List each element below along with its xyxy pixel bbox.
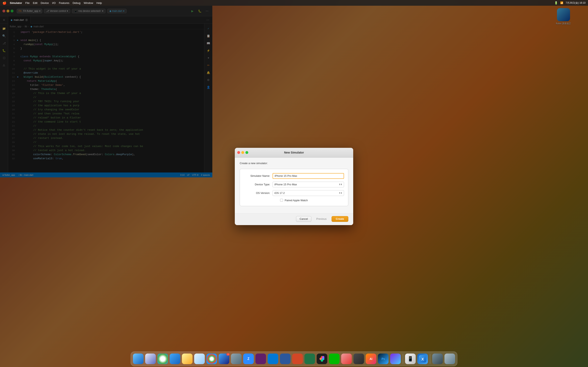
form-row-simulator-name: Simulator Name:: [244, 173, 294, 179]
simulator-name-input[interactable]: [273, 173, 294, 179]
dialog-title: New Simulator: [284, 151, 294, 154]
apple-menu[interactable]: 🍎: [2, 1, 7, 5]
menu-device[interactable]: Device: [41, 1, 49, 4]
menu-features[interactable]: Features: [59, 1, 69, 4]
new-simulator-dialog: New Simulator Create a new simulator: Si…: [235, 148, 294, 184]
dialog-body: Create a new simulator: Simulator Name: …: [235, 158, 294, 184]
device-type-value: iPhone 15 Pro Max: [274, 183, 294, 184]
menu-window[interactable]: Window: [84, 1, 93, 4]
menu-debug[interactable]: Debug: [73, 1, 80, 4]
modal-overlay: New Simulator Create a new simulator: Si…: [0, 6, 294, 184]
dialog-maximize-button[interactable]: [245, 151, 248, 154]
simulator-name-label: Simulator Name:: [244, 174, 273, 177]
dialog-window-controls: [237, 151, 248, 154]
menu-edit[interactable]: Edit: [33, 1, 37, 4]
menu-app-name[interactable]: Simulator: [10, 1, 22, 4]
menu-help[interactable]: Help: [96, 1, 102, 4]
dialog-form-panel: Simulator Name: Device Type: iPhone 15 P…: [240, 169, 294, 184]
menu-bar: 🍎 Simulator File Edit Device I/O Feature…: [0, 0, 294, 6]
form-row-device-type: Device Type: iPhone 15 Pro Max ⬆⬇: [244, 182, 294, 184]
dialog-title-bar: New Simulator: [235, 148, 294, 158]
dialog-minimize-button[interactable]: [241, 151, 244, 154]
menu-io[interactable]: I/O: [52, 1, 56, 4]
dialog-close-button[interactable]: [237, 151, 240, 154]
menu-file[interactable]: File: [25, 1, 30, 4]
device-type-label: Device Type:: [244, 183, 273, 184]
dialog-prompt: Create a new simulator:: [240, 162, 294, 165]
device-type-select[interactable]: iPhone 15 Pro Max ⬆⬇: [273, 182, 294, 184]
